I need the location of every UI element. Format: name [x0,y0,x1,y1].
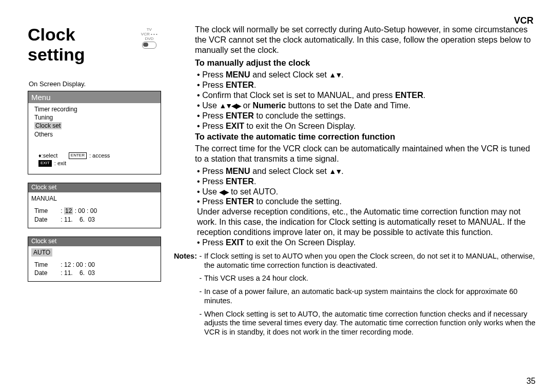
left-column: Clock setting TV VCR • • • DVD On Screen… [28,25,161,341]
sec1-b4: Use ▲▼◀▶ or Numeric buttons to set the D… [197,101,537,111]
osd-caption: On Screen Display. [29,80,161,88]
intro-text: The clock will normally be set correctly… [195,25,537,55]
sec1-b3: Confirm that Clock set is set to MANUAL,… [197,90,537,101]
legend-select: ♦:select [38,152,57,159]
page-number: 35 [526,377,536,386]
toggle-left-label: VCR [141,32,150,36]
notes-label: Notes: [163,252,197,341]
note-item: -If Clock setting is set to AUTO when yo… [197,252,537,270]
sec1-b2: Press ENTER. [197,80,537,90]
osd-menu: Menu Timer recording Tuning Clock set Ot… [28,91,161,174]
sec2-list: Press MENU and select Clock set ▲▼. Pres… [195,166,537,248]
menu-item-clockset: Clock set [34,122,62,129]
note-item: -This VCR uses a 24 hour clock. [197,274,537,283]
sec2-b1: Press MENU and select Clock set ▲▼. [197,166,537,177]
sec1-list: Press MENU and select Clock set ▲▼. Pres… [195,70,537,131]
notes-block: Notes: -If Clock setting is set to AUTO … [163,252,537,341]
sec1-title: To manually adjust the clock [195,57,537,68]
sec2-title: To activate the automatic time correctio… [195,131,537,142]
header-section: VCR [514,15,533,26]
osd-legend: ♦:select ENTER : access EXIT : exit [34,150,157,170]
left-right-icon: ◀▶ [219,188,228,196]
note-item: -In case of a power failure, an automati… [197,287,537,305]
clock2-date-label: Date [34,269,59,277]
osd-menu-title: Menu [28,91,161,103]
up-down-icon: ▲▼ [329,71,342,79]
clock1-date-label: Date [34,215,59,224]
sec2-b4: Press ENTER to conclude the setting.Unde… [197,197,537,238]
clock1-date-row: Date : 11. 6. 03 [34,215,157,224]
sec1-b5: Press ENTER to conclude the settings. [197,111,537,121]
toggle-dots: • • • [151,32,157,36]
clock1-time-label: Time [34,207,59,215]
menu-item-others: Others [34,130,157,139]
clock2-time-label: Time [34,261,59,269]
clock1-date-value: 11. 6. 03 [64,215,95,224]
sec2-intro: The correct time for the VCR clock can b… [195,144,537,164]
clock2-mode: AUTO [31,248,52,257]
sec2-b5: Press EXIT to exit the On Screen Display… [197,238,537,248]
note-item: -When Clock setting is set to AUTO, the … [197,310,537,337]
toggle-top-label: TV [147,27,152,32]
vcr-dvd-toggle-icon: TV VCR • • • DVD [137,28,161,49]
clock1-time-hl: 12 [64,207,73,214]
right-column: The clock will normally be set correctly… [195,25,537,341]
sec1-b6: Press EXIT to exit the On Screen Display… [197,121,537,131]
clock1-time-rest: : 00 : 00 [73,207,97,214]
legend-exit-text: : exit [54,160,66,166]
osd-clock-manual: Clock set MANUAL Time : 12 : 00 : 00 Dat… [28,183,161,228]
dpad-icon: ▲▼◀▶ [219,102,241,110]
clock2-time-row: Time : 12 : 00 : 00 [34,261,157,269]
sec2-extra-note: Under adverse reception conditions, etc.… [197,207,526,237]
legend-exit-icon: EXIT [38,160,52,167]
toggle-right-label: DVD [145,36,153,41]
page-title: Clock setting [28,25,127,65]
osd-clock-auto: Clock set AUTO Time : 12 : 00 : 00 Date … [28,237,161,282]
clock2-time-value: 12 : 00 : 00 [64,261,95,269]
menu-item-timer: Timer recording [34,105,157,113]
osd-clock2-title: Clock set [28,237,161,246]
clock1-mode: MANUAL [31,194,157,203]
up-down-icon: ▲▼ [329,167,342,175]
sec2-b2: Press ENTER. [197,177,537,187]
menu-item-tuning: Tuning [34,113,157,122]
sec1-b1: Press MENU and select Clock set ▲▼. [197,70,537,80]
clock1-time-row: Time : 12 : 00 : 00 [34,207,157,215]
osd-clock1-title: Clock set [28,183,161,192]
legend-access-text: : access [89,152,110,159]
clock2-date-row: Date : 11. 6. 03 [34,269,157,277]
sec2-b3: Use ◀▶ to set AUTO. [197,187,537,197]
legend-enter-icon: ENTER [69,152,87,159]
clock2-date-value: 11. 6. 03 [64,269,95,277]
